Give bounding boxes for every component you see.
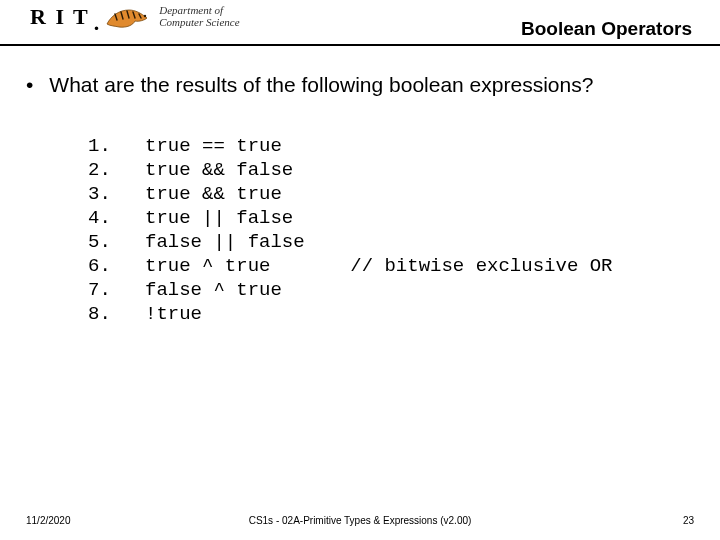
bullet-dot-icon: • [26, 72, 33, 98]
footer-center: CS1s - 02A-Primitive Types & Expressions… [249, 515, 472, 526]
org-dot: . [94, 10, 100, 36]
svg-point-0 [144, 15, 146, 17]
dept-label: Department of Computer Science [159, 5, 239, 28]
tiger-icon [105, 4, 151, 30]
header: R I T. Department of Computer Science Bo… [0, 0, 720, 46]
bullet: • What are the results of the following … [30, 72, 700, 98]
footer-page: 23 [683, 515, 694, 526]
code-block: 1. true == true 2. true && false 3. true… [88, 134, 700, 326]
question-text: What are the results of the following bo… [49, 72, 593, 98]
org-abbrev: R I T [30, 4, 90, 30]
dept-line2: Computer Science [159, 17, 239, 29]
slide: R I T. Department of Computer Science Bo… [0, 0, 720, 540]
logo-block: R I T. Department of Computer Science [30, 4, 240, 30]
slide-title: Boolean Operators [521, 18, 692, 40]
body: • What are the results of the following … [0, 46, 720, 326]
footer-date: 11/2/2020 [26, 515, 71, 526]
